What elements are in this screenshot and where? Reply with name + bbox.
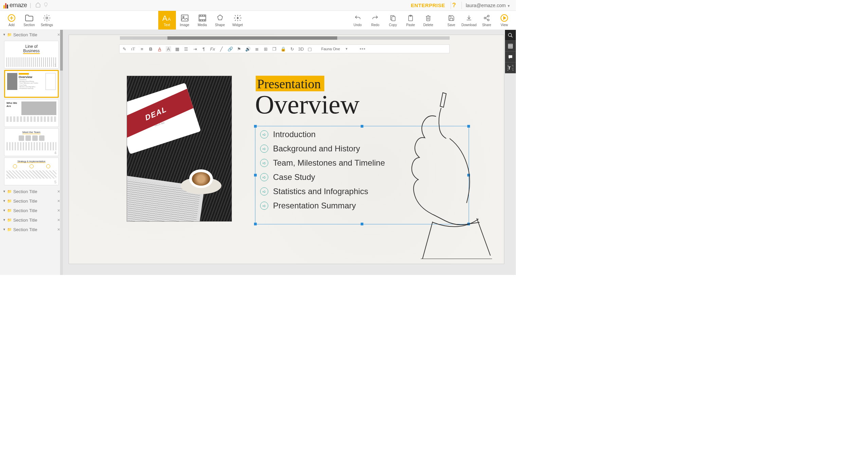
- checker-icon[interactable]: ▦: [175, 46, 180, 52]
- ruler[interactable]: [120, 36, 450, 40]
- text-style-tool[interactable]: T: [505, 62, 516, 73]
- folder-icon: 📁: [7, 218, 12, 222]
- text-label: Text: [164, 23, 170, 27]
- section-button[interactable]: Section: [20, 11, 38, 30]
- line-icon[interactable]: ╱: [219, 46, 224, 52]
- copy-label: Copy: [389, 23, 397, 27]
- image-label: Image: [180, 23, 189, 27]
- selection-handle[interactable]: [254, 174, 257, 176]
- section-close-icon[interactable]: ×: [57, 217, 60, 223]
- media-tool-button[interactable]: Media: [194, 11, 211, 30]
- sidebar-scrollbar[interactable]: [60, 30, 63, 275]
- save-button[interactable]: Save: [442, 11, 460, 30]
- widget-tool-button[interactable]: Widget: [229, 11, 247, 30]
- text-direction-icon[interactable]: ¶: [201, 46, 206, 52]
- logo-mark-icon: [3, 2, 9, 8]
- download-button[interactable]: Download: [460, 11, 478, 30]
- lock-icon[interactable]: 🔒: [281, 46, 286, 52]
- list-icon[interactable]: ☰: [183, 46, 189, 52]
- selection-handle[interactable]: [254, 125, 257, 128]
- text-tool-button[interactable]: AA Text: [158, 11, 176, 30]
- slide-thumbnail[interactable]: Strategy & Implementation 5: [4, 157, 59, 185]
- plus-circle-icon: [7, 14, 16, 22]
- align-v-icon[interactable]: ≣: [254, 46, 259, 52]
- paste-button[interactable]: Paste: [402, 11, 419, 30]
- redo-button[interactable]: Redo: [366, 11, 384, 30]
- svg-point-13: [488, 19, 489, 21]
- font-select[interactable]: Fauna One: [321, 47, 342, 51]
- settings-button[interactable]: Settings: [38, 11, 56, 30]
- threeD-icon[interactable]: 3D: [298, 46, 304, 52]
- font-size-icon[interactable]: ıT: [130, 46, 136, 52]
- section-header[interactable]: ▼ 📁 Section Title ×: [0, 30, 63, 39]
- selection-handle[interactable]: [361, 125, 363, 128]
- slide-thumbnail[interactable]: Meet the Team 4: [4, 128, 59, 156]
- delete-button[interactable]: Delete: [419, 11, 437, 30]
- user-menu[interactable]: laura@emaze.com ▼: [466, 3, 511, 8]
- separator: [451, 2, 451, 9]
- pencil-icon[interactable]: ✎: [122, 46, 127, 52]
- section-header[interactable]: ▼ 📁 Section Title ×: [0, 225, 63, 234]
- fx-icon[interactable]: Fx: [210, 46, 215, 52]
- section-title: Section Title: [13, 199, 57, 204]
- layers-icon[interactable]: ❐: [272, 46, 277, 52]
- home-icon[interactable]: [35, 2, 41, 9]
- section-close-icon[interactable]: ×: [57, 208, 60, 213]
- view-button[interactable]: View: [495, 11, 513, 30]
- slide-thumbnail[interactable]: Who We Are: [4, 99, 59, 127]
- font-caret-icon[interactable]: ▼: [345, 47, 348, 51]
- link-icon[interactable]: 🔗: [228, 46, 233, 52]
- add-button[interactable]: Add: [3, 11, 20, 30]
- svg-point-15: [508, 33, 511, 36]
- image-tool-button[interactable]: Image: [176, 11, 194, 30]
- paste-icon: [407, 14, 414, 22]
- selection-handle[interactable]: [254, 223, 257, 225]
- section-close-icon[interactable]: ×: [57, 32, 60, 37]
- folder-icon: 📁: [7, 208, 12, 213]
- section-header[interactable]: ▼ 📁 Section Title ×: [0, 206, 63, 215]
- volume-icon[interactable]: 🔊: [245, 46, 251, 52]
- share-label: Share: [482, 23, 491, 27]
- section-header[interactable]: ▼ 📁 Section Title ×: [0, 215, 63, 225]
- lightbulb-icon[interactable]: [43, 2, 48, 9]
- text-highlight-icon[interactable]: A: [166, 46, 171, 52]
- slide-thumbnail[interactable]: Line ofBusiness 1: [4, 41, 59, 69]
- media-label: Media: [198, 23, 207, 27]
- copy-button[interactable]: Copy: [384, 11, 402, 30]
- more-icon[interactable]: •••: [360, 46, 366, 52]
- bold-icon[interactable]: B: [148, 46, 153, 52]
- slide-canvas[interactable]: ✎ ıT ≡ B A A ▦ ☰ ⇥ ¶ Fx ╱ 🔗 ⚑ 🔊 ≣ ⊞ ❐ 🔒 …: [69, 35, 504, 264]
- crop-icon[interactable]: ▢: [307, 46, 312, 52]
- main-toolbar: Add Section Settings AA Text Image: [0, 11, 516, 30]
- section-close-icon[interactable]: ×: [57, 189, 60, 194]
- comments-tool[interactable]: [505, 52, 516, 62]
- section-header[interactable]: ▼ 📁 Section Title ×: [0, 196, 63, 206]
- section-close-icon[interactable]: ×: [57, 198, 60, 204]
- shape-tool-button[interactable]: Shape: [211, 11, 229, 30]
- help-button[interactable]: ?: [452, 2, 456, 9]
- zoom-tool[interactable]: [505, 30, 516, 41]
- section-header[interactable]: ▼ 📁 Section Title ×: [0, 187, 63, 196]
- view-label: View: [501, 23, 508, 27]
- slide-thumbnail-active[interactable]: Overview • Introduction• Background and …: [4, 70, 59, 98]
- download-label: Download: [462, 23, 476, 27]
- right-side-tools: T: [505, 30, 516, 73]
- brand-logo[interactable]: emaze: [3, 2, 27, 9]
- section-close-icon[interactable]: ×: [57, 227, 60, 232]
- selection-handle[interactable]: [361, 223, 363, 225]
- folder-icon: 📁: [7, 227, 12, 232]
- plan-badge[interactable]: ENTERPRISE: [411, 2, 445, 8]
- flag-icon[interactable]: ⚑: [236, 46, 242, 52]
- svg-point-7: [237, 17, 238, 19]
- share-button[interactable]: Share: [478, 11, 495, 30]
- slide-title[interactable]: Overview: [255, 89, 360, 120]
- rotate-icon[interactable]: ↻: [289, 46, 295, 52]
- slide-image[interactable]: DEAL VALUE $50: [127, 76, 232, 222]
- underline-icon[interactable]: A: [157, 46, 162, 52]
- indent-icon[interactable]: ⇥: [192, 46, 198, 52]
- folder-icon: 📁: [7, 189, 12, 194]
- distribute-icon[interactable]: ⊞: [263, 46, 268, 52]
- align-left-icon[interactable]: ≡: [139, 46, 145, 52]
- undo-button[interactable]: Undo: [349, 11, 366, 30]
- grid-tool[interactable]: [505, 41, 516, 52]
